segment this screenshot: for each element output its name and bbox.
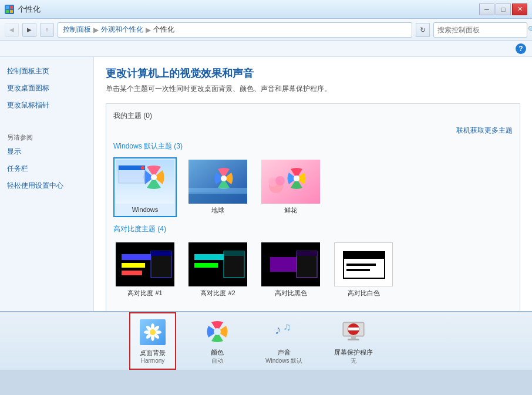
theme-flower-svg (261, 160, 320, 204)
search-bar: 🔍 (433, 22, 527, 38)
svg-rect-55 (351, 336, 356, 339)
sidebar-item-home[interactable]: 控制面板主页 (7, 66, 86, 76)
close-button[interactable]: ✕ (512, 4, 527, 15)
forward-button[interactable]: ▶ (22, 23, 36, 37)
help-button[interactable]: ? (516, 43, 526, 54)
theme-hc2-preview (188, 242, 247, 286)
theme-hc1[interactable]: 高对比度 #1 (113, 240, 177, 300)
svg-rect-19 (122, 254, 151, 260)
svg-rect-32 (297, 251, 317, 256)
screensaver-svg (341, 319, 366, 345)
screensaver-sublabel: 无 (351, 357, 356, 365)
app-icon (5, 5, 14, 14)
theme-hcwhite-preview (334, 242, 393, 286)
toolbar-color[interactable]: 颜色 自动 (194, 313, 241, 370)
theme-hcblack[interactable]: 高对比黑色 (259, 240, 322, 300)
svg-point-48 (214, 328, 221, 335)
sidebar-item-display[interactable]: 显示 (7, 147, 86, 157)
sidebar-item-desktop-icons[interactable]: 更改桌面图标 (7, 83, 86, 93)
bottom-toolbar: 桌面背景 Harmony 颜色 自动 ♪ ♫ (0, 311, 532, 370)
theme-hcblack-preview (261, 242, 320, 286)
theme-flower[interactable]: 鲜花 (259, 157, 322, 217)
desktop-bg-svg (140, 319, 166, 345)
theme-hcwhite-svg (335, 243, 393, 286)
svg-text:♫: ♫ (283, 321, 291, 333)
svg-point-14 (294, 175, 299, 181)
theme-windows-preview (116, 160, 174, 204)
high-contrast-header: 高对比度主题 (4) (113, 224, 513, 234)
sidebar-item-ease-of-access[interactable]: 轻松使用设置中心 (7, 181, 86, 191)
help-area: ? (0, 41, 532, 57)
windows-themes-row: Windows (113, 157, 513, 217)
search-icon: 🔍 (528, 26, 532, 33)
svg-rect-56 (348, 339, 359, 340)
svg-text:♪: ♪ (275, 322, 281, 337)
svg-rect-1 (10, 6, 13, 9)
desktop-bg-sublabel: Harmony (141, 357, 165, 364)
high-contrast-row: 高对比度 #1 高对比度 #2 (113, 240, 513, 300)
svg-rect-2 (6, 10, 9, 13)
svg-rect-3 (10, 10, 13, 13)
toolbar-desktop-bg[interactable]: 桌面背景 Harmony (129, 312, 176, 370)
theme-flower-preview (261, 160, 320, 204)
color-sublabel: 自动 (211, 357, 223, 365)
svg-rect-12 (188, 188, 247, 194)
svg-rect-20 (122, 263, 145, 268)
theme-hc1-preview (116, 242, 174, 286)
sound-label: 声音 (278, 348, 291, 357)
color-svg (204, 319, 230, 345)
get-more-link[interactable]: 联机获取更多主题 (113, 126, 513, 136)
theme-earth[interactable]: 地球 (186, 157, 250, 217)
theme-hcblack-svg (261, 242, 320, 286)
breadcrumb-part2[interactable]: 外观和个性化 (101, 25, 143, 35)
breadcrumb-part1[interactable]: 控制面板 (63, 25, 91, 35)
up-button[interactable]: ↑ (40, 23, 54, 37)
back-button[interactable]: ◀ (5, 23, 19, 37)
svg-rect-21 (122, 271, 142, 275)
theme-hc1-label: 高对比度 #1 (127, 289, 162, 298)
sep1: ▶ (93, 26, 99, 34)
theme-hcblack-label: 高对比黑色 (275, 289, 307, 298)
svg-rect-54 (348, 328, 359, 330)
theme-windows[interactable]: Windows (113, 157, 177, 217)
addressbar: ◀ ▶ ↑ 控制面板 ▶ 外观和个性化 ▶ 个性化 ↻ 🔍 (0, 19, 532, 41)
theme-panel: 我的主题 (0) 联机获取更多主题 Windows 默认主题 (3) (106, 103, 520, 311)
color-label: 颜色 (211, 348, 224, 357)
breadcrumb-part3: 个性化 (153, 25, 174, 35)
titlebar-controls: ─ □ ✕ (479, 4, 527, 15)
svg-point-5 (151, 174, 157, 180)
theme-hcwhite[interactable]: 高对比白色 (332, 240, 395, 300)
svg-rect-26 (194, 263, 218, 268)
win-preview-bg (116, 160, 174, 204)
theme-hcwhite-label: 高对比白色 (348, 289, 380, 298)
also-see-section: 另请参阅 显示 任务栏 轻松使用设置中心 (7, 133, 86, 190)
theme-earth-preview (188, 160, 247, 204)
win-preview-svg (116, 160, 174, 204)
svg-point-47 (150, 329, 156, 335)
page-title: 更改计算机上的视觉效果和声音 (106, 66, 520, 80)
theme-flower-label: 鲜花 (284, 206, 297, 215)
theme-hc2-svg (188, 242, 247, 286)
toolbar-sound[interactable]: ♪ ♫ 声音 Windows 默认 (258, 313, 309, 370)
desktop-bg-icon (139, 318, 167, 346)
maximize-button[interactable]: □ (496, 4, 511, 15)
svg-rect-35 (344, 252, 385, 259)
also-see-title: 另请参阅 (7, 133, 86, 142)
minimize-button[interactable]: ─ (479, 4, 494, 15)
color-icon (203, 318, 231, 346)
theme-hc1-svg (116, 242, 174, 286)
theme-hc2-label: 高对比度 #2 (200, 289, 235, 298)
sidebar-item-mouse-pointer[interactable]: 更改鼠标指针 (7, 100, 86, 110)
sep2: ▶ (146, 26, 151, 34)
windows-themes-header: Windows 默认主题 (3) (113, 141, 513, 151)
refresh-button[interactable]: ↻ (416, 23, 430, 37)
search-input[interactable] (437, 26, 526, 34)
theme-earth-svg (188, 160, 247, 204)
svg-point-10 (221, 175, 227, 181)
page-description: 单击某个主题可一次性同时更改桌面背景、颜色、声音和屏幕保护程序。 (106, 84, 520, 94)
titlebar: 个性化 ─ □ ✕ (0, 0, 532, 19)
toolbar-screensaver[interactable]: 屏幕保护程序 无 (327, 313, 380, 370)
theme-hc2[interactable]: 高对比度 #2 (186, 240, 250, 300)
sidebar-item-taskbar[interactable]: 任务栏 (7, 164, 86, 174)
sound-icon: ♪ ♫ (270, 318, 298, 346)
